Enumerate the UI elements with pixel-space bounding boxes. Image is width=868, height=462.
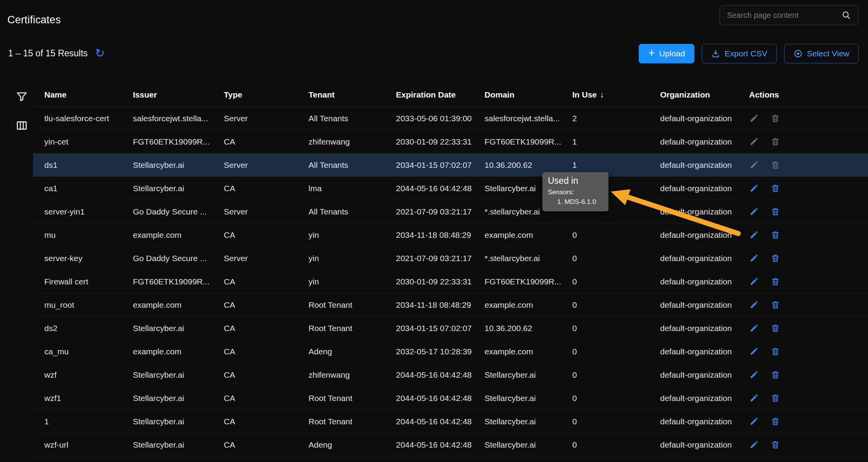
table-row[interactable]: ca1Stellarcyber.aiCAlma2044-05-16 04:42:… <box>33 177 868 200</box>
table-row[interactable]: wzf1Stellarcyber.aiCARoot Tenant2044-05-… <box>33 387 868 410</box>
delete-icon[interactable] <box>770 277 780 286</box>
delete-icon <box>770 137 780 146</box>
cell-actions <box>749 253 868 263</box>
cell-type: CA <box>224 370 309 380</box>
cell-expiration-date: 2044-05-16 04:42:48 <box>396 394 485 403</box>
table-row[interactable]: 1Stellarcyber.aiCARoot Tenant2044-05-16 … <box>33 410 868 433</box>
cell-expiration-date: 2034-11-18 08:48:29 <box>396 300 485 310</box>
cell-issuer: Stellarcyber.ai <box>133 417 224 426</box>
used-in-tooltip: Used in Sensors: 1. MDS-6.1.0 <box>542 172 608 211</box>
delete-icon[interactable] <box>770 347 780 356</box>
cell-type: CA <box>224 347 309 356</box>
edit-icon[interactable] <box>749 253 759 263</box>
cell-domain: example.com <box>485 300 572 310</box>
delete-icon[interactable] <box>770 323 780 333</box>
cell-in-use: 1 <box>572 160 660 170</box>
table-row[interactable]: muexample.comCAyin2034-11-18 08:48:29exa… <box>33 223 868 247</box>
edit-icon[interactable] <box>749 300 759 310</box>
table-row[interactable]: server-yin1Go Daddy Secure ...ServerAll … <box>33 200 868 223</box>
delete-icon[interactable] <box>770 253 780 263</box>
edit-icon[interactable] <box>749 277 759 286</box>
columns-icon[interactable] <box>16 119 28 132</box>
edit-icon[interactable] <box>749 207 759 216</box>
column-header-domain[interactable]: Domain <box>485 90 572 99</box>
cell-issuer: Stellarcyber.ai <box>133 440 224 450</box>
edit-icon[interactable] <box>749 440 759 450</box>
cell-organization: default-organization <box>660 207 749 216</box>
table-row[interactable]: tlu-salesforce-certsalesforcejwt.stella.… <box>33 107 868 130</box>
cell-expiration-date: 2044-05-16 04:42:48 <box>396 417 485 426</box>
table-row[interactable]: server-keyGo Daddy Secure ...Serveryin20… <box>33 247 868 270</box>
cell-name: ca_mu <box>44 347 133 356</box>
cell-in-use: 0 <box>572 440 660 450</box>
cell-domain: Stellarcyber.ai <box>485 394 572 403</box>
cell-name: wzf <box>44 370 133 380</box>
delete-icon[interactable] <box>770 417 780 426</box>
upload-button[interactable]: + Upload <box>639 44 694 63</box>
table-row[interactable]: ds1Stellarcyber.aiServerAll Tenants2034-… <box>33 153 868 177</box>
cell-expiration-date: 2034-01-15 07:02:07 <box>396 324 485 333</box>
column-header-tenant[interactable]: Tenant <box>309 90 396 99</box>
eye-icon <box>793 49 803 58</box>
search-input[interactable] <box>727 11 837 20</box>
delete-icon[interactable] <box>770 207 780 216</box>
cell-actions <box>749 160 868 170</box>
select-view-button[interactable]: Select View <box>784 44 859 63</box>
column-header-type[interactable]: Type <box>224 90 309 99</box>
cell-organization: default-organization <box>660 417 749 426</box>
tooltip-line: Sensors: <box>548 188 601 197</box>
edit-icon[interactable] <box>749 370 759 380</box>
cell-type: CA <box>224 324 309 333</box>
select-view-label: Select View <box>807 49 849 58</box>
cell-in-use: 0 <box>572 277 660 286</box>
table-row[interactable]: wzf-urlStellarcyber.aiCAAdeng2044-05-16 … <box>33 433 868 457</box>
cell-domain: *.stellarcyber.ai <box>485 254 572 263</box>
column-header-actions[interactable]: Actions <box>749 90 868 99</box>
table-row[interactable]: yin-cetFGT60ETK19099R...CAzhifenwang2030… <box>33 130 868 153</box>
edit-icon[interactable] <box>749 230 759 240</box>
table-body: tlu-salesforce-certsalesforcejwt.stella.… <box>33 107 868 457</box>
column-header-name[interactable]: Name <box>44 90 133 99</box>
delete-icon[interactable] <box>770 440 780 450</box>
sort-descending-icon[interactable]: ↓ <box>600 90 604 99</box>
cell-domain: Stellarcyber.ai <box>485 370 572 380</box>
edit-icon[interactable] <box>749 417 759 426</box>
delete-icon[interactable] <box>770 183 780 193</box>
page-title: Certificates <box>7 14 61 26</box>
search-box[interactable] <box>720 5 859 25</box>
delete-icon[interactable] <box>770 370 780 380</box>
cell-in-use: 0 <box>572 300 660 310</box>
cell-actions <box>749 370 868 380</box>
delete-icon[interactable] <box>770 393 780 403</box>
column-header-organization[interactable]: Organization <box>660 90 749 99</box>
export-csv-button[interactable]: Export CSV <box>702 44 777 63</box>
edit-icon[interactable] <box>749 393 759 403</box>
column-header-in-use[interactable]: In Use↓ <box>572 90 660 99</box>
column-header-issuer[interactable]: Issuer <box>133 90 224 99</box>
delete-icon[interactable] <box>770 230 780 240</box>
results-count: 1 – 15 of 15 Results <box>8 48 88 59</box>
cell-name: ds1 <box>44 160 133 170</box>
edit-icon[interactable] <box>749 323 759 333</box>
table-row[interactable]: Firewall certFGT60ETK19099R...CAyin2030-… <box>33 270 868 293</box>
cell-expiration-date: 2032-05-17 10:28:39 <box>396 347 485 356</box>
delete-icon[interactable] <box>770 300 780 310</box>
edit-icon[interactable] <box>749 183 759 193</box>
refresh-icon[interactable]: ↻ <box>95 47 105 59</box>
column-header-label: Issuer <box>133 90 157 99</box>
table-row[interactable]: ca_muexample.comCAAdeng2032-05-17 10:28:… <box>33 340 868 363</box>
table-row[interactable]: wzfStellarcyber.aiCAzhifenwang2044-05-16… <box>33 363 868 387</box>
column-header-expiration-date[interactable]: Expiration Date <box>396 90 485 99</box>
cell-organization: default-organization <box>660 394 749 403</box>
table-row[interactable]: mu_rootexample.comCARoot Tenant2034-11-1… <box>33 293 868 317</box>
filter-icon[interactable] <box>16 91 28 103</box>
cell-type: Server <box>224 254 309 263</box>
download-icon <box>711 49 720 58</box>
cell-actions <box>749 183 868 193</box>
cell-type: CA <box>224 230 309 240</box>
cell-tenant: Root Tenant <box>309 324 396 333</box>
cell-domain: 10.36.200.62 <box>485 324 572 333</box>
table-row[interactable]: ds2Stellarcyber.aiCARoot Tenant2034-01-1… <box>33 317 868 340</box>
search-icon[interactable] <box>841 10 851 20</box>
edit-icon[interactable] <box>749 347 759 356</box>
